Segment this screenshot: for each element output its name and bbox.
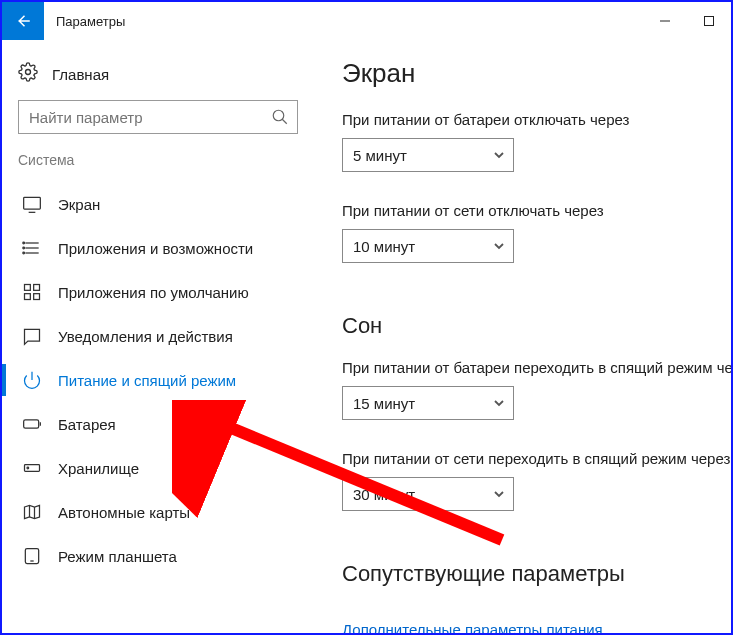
sidebar-item-label: Батарея bbox=[58, 416, 116, 433]
select-value: 30 минут bbox=[353, 486, 415, 503]
sidebar-home[interactable]: Главная bbox=[12, 58, 304, 100]
minimize-button[interactable] bbox=[643, 2, 687, 40]
chevron-down-icon bbox=[493, 149, 505, 161]
sidebar-item-apps[interactable]: Приложения и возможности bbox=[12, 226, 304, 270]
sidebar-item-label: Автономные карты bbox=[58, 504, 190, 521]
apps-icon bbox=[22, 238, 42, 258]
chevron-down-icon bbox=[493, 240, 505, 252]
sidebar-item-label: Экран bbox=[58, 196, 100, 213]
label-screen-plugged: При питании от сети отключать через bbox=[342, 202, 731, 219]
search-input[interactable] bbox=[29, 109, 271, 126]
battery-icon bbox=[22, 414, 42, 434]
select-sleep-battery[interactable]: 15 минут bbox=[342, 386, 514, 420]
link-additional-power[interactable]: Дополнительные параметры питания bbox=[342, 621, 603, 633]
select-sleep-plugged[interactable]: 30 минут bbox=[342, 477, 514, 511]
svg-point-3 bbox=[273, 110, 284, 121]
select-value: 5 минут bbox=[353, 147, 407, 164]
svg-point-2 bbox=[26, 70, 31, 75]
sidebar-item-label: Хранилище bbox=[58, 460, 139, 477]
sidebar-item-label: Приложения и возможности bbox=[58, 240, 253, 257]
arrow-left-icon bbox=[14, 12, 32, 30]
back-button[interactable] bbox=[2, 2, 44, 40]
default-apps-icon bbox=[22, 282, 42, 302]
sidebar-nav: Экран Приложения и возможности Приложени… bbox=[12, 182, 304, 578]
svg-rect-5 bbox=[24, 197, 41, 209]
svg-marker-22 bbox=[25, 505, 40, 518]
search-icon bbox=[271, 108, 289, 126]
sidebar-item-label: Режим планшета bbox=[58, 548, 177, 565]
svg-point-21 bbox=[27, 467, 29, 469]
sidebar-item-maps[interactable]: Автономные карты bbox=[12, 490, 304, 534]
select-value: 15 минут bbox=[353, 395, 415, 412]
svg-rect-16 bbox=[34, 294, 40, 300]
select-value: 10 минут bbox=[353, 238, 415, 255]
svg-rect-14 bbox=[34, 285, 40, 291]
maximize-icon bbox=[703, 15, 715, 27]
storage-icon bbox=[22, 458, 42, 478]
svg-rect-13 bbox=[25, 285, 31, 291]
heading-screen: Экран bbox=[342, 58, 731, 89]
label-sleep-plugged: При питании от сети переходить в спящий … bbox=[342, 450, 731, 467]
window-controls bbox=[643, 2, 731, 40]
label-sleep-battery: При питании от батареи переходить в спящ… bbox=[342, 359, 731, 376]
chevron-down-icon bbox=[493, 488, 505, 500]
tablet-icon bbox=[22, 546, 42, 566]
gear-icon bbox=[18, 62, 38, 86]
select-screen-plugged[interactable]: 10 минут bbox=[342, 229, 514, 263]
display-icon bbox=[22, 194, 42, 214]
window-title: Параметры bbox=[44, 2, 643, 40]
heading-related: Сопутствующие параметры bbox=[342, 561, 731, 587]
sidebar-item-battery[interactable]: Батарея bbox=[12, 402, 304, 446]
svg-point-10 bbox=[23, 242, 25, 244]
map-icon bbox=[22, 502, 42, 522]
sidebar-item-label: Питание и спящий режим bbox=[58, 372, 236, 389]
sidebar-item-tablet[interactable]: Режим планшета bbox=[12, 534, 304, 578]
sidebar-section-label: Система bbox=[12, 152, 304, 182]
sidebar-item-notifications[interactable]: Уведомления и действия bbox=[12, 314, 304, 358]
sidebar-home-label: Главная bbox=[52, 66, 109, 83]
sidebar: Главная Система Экран Приложения и возмо… bbox=[2, 40, 314, 633]
sidebar-item-power[interactable]: Питание и спящий режим bbox=[12, 358, 304, 402]
sidebar-item-default-apps[interactable]: Приложения по умолчанию bbox=[12, 270, 304, 314]
select-screen-battery[interactable]: 5 минут bbox=[342, 138, 514, 172]
svg-point-11 bbox=[23, 247, 25, 249]
svg-point-12 bbox=[23, 252, 25, 254]
svg-rect-15 bbox=[25, 294, 31, 300]
sidebar-item-storage[interactable]: Хранилище bbox=[12, 446, 304, 490]
heading-sleep: Сон bbox=[342, 313, 731, 339]
notifications-icon bbox=[22, 326, 42, 346]
chevron-down-icon bbox=[493, 397, 505, 409]
sidebar-item-label: Приложения по умолчанию bbox=[58, 284, 249, 301]
sidebar-item-display[interactable]: Экран bbox=[12, 182, 304, 226]
maximize-button[interactable] bbox=[687, 2, 731, 40]
power-icon bbox=[22, 370, 42, 390]
svg-rect-18 bbox=[24, 420, 39, 428]
sidebar-item-label: Уведомления и действия bbox=[58, 328, 233, 345]
minimize-icon bbox=[659, 15, 671, 27]
main-pane: Экран При питании от батареи отключать ч… bbox=[314, 40, 731, 633]
label-screen-battery: При питании от батареи отключать через bbox=[342, 111, 731, 128]
svg-rect-1 bbox=[705, 17, 714, 26]
search-box[interactable] bbox=[18, 100, 298, 134]
svg-line-4 bbox=[282, 119, 287, 124]
titlebar: Параметры bbox=[2, 2, 731, 40]
